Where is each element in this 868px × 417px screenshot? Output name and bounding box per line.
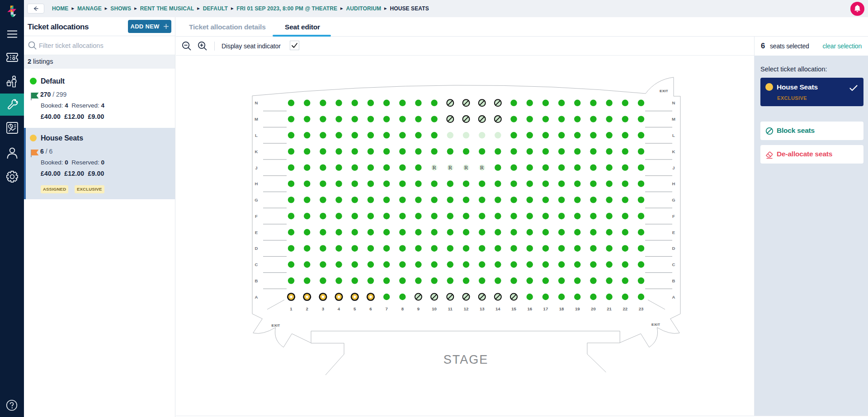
svg-text:18: 18 (559, 306, 564, 311)
svg-text:H: H (672, 181, 675, 186)
svg-text:M: M (255, 117, 258, 122)
svg-text:R: R (480, 164, 484, 171)
svg-text:C: C (255, 262, 258, 267)
svg-text:14: 14 (495, 306, 500, 311)
svg-text:D: D (672, 246, 675, 251)
svg-text:8: 8 (401, 306, 404, 311)
svg-text:20: 20 (591, 306, 596, 311)
svg-text:L: L (672, 133, 675, 138)
svg-text:E: E (255, 230, 258, 235)
svg-text:10: 10 (432, 306, 437, 311)
svg-text:11: 11 (448, 306, 453, 311)
svg-text:23: 23 (639, 306, 644, 311)
svg-text:N: N (255, 100, 258, 105)
svg-text:E: E (672, 230, 675, 235)
svg-text:4: 4 (338, 306, 340, 311)
svg-text:C: C (672, 262, 675, 267)
svg-text:EXIT: EXIT (660, 89, 668, 93)
svg-text:R: R (432, 164, 436, 171)
svg-text:13: 13 (480, 306, 485, 311)
svg-text:B: B (672, 278, 675, 283)
svg-text:R: R (448, 164, 452, 171)
svg-text:B: B (255, 278, 258, 283)
svg-text:K: K (672, 149, 675, 154)
svg-text:22: 22 (623, 306, 628, 311)
svg-text:12: 12 (464, 306, 469, 311)
svg-text:EXIT: EXIT (272, 323, 280, 328)
svg-text:15: 15 (511, 306, 516, 311)
svg-text:19: 19 (575, 306, 580, 311)
svg-text:K: K (255, 149, 258, 154)
svg-text:5: 5 (354, 306, 356, 311)
svg-text:F: F (672, 214, 675, 219)
svg-text:17: 17 (543, 306, 548, 311)
svg-text:STAGE: STAGE (443, 353, 489, 366)
svg-text:A: A (255, 295, 258, 300)
svg-text:D: D (255, 246, 258, 251)
svg-text:3: 3 (322, 306, 324, 311)
svg-text:6: 6 (369, 306, 372, 311)
svg-text:9: 9 (417, 306, 420, 311)
svg-text:R: R (464, 164, 468, 171)
svg-text:2: 2 (306, 306, 308, 311)
svg-text:EXIT: EXIT (651, 323, 660, 327)
svg-text:21: 21 (607, 306, 612, 311)
svg-text:N: N (672, 100, 675, 105)
svg-text:L: L (255, 133, 258, 138)
svg-text:16: 16 (527, 306, 532, 311)
svg-text:F: F (255, 214, 258, 219)
svg-text:J: J (672, 165, 675, 170)
svg-text:M: M (672, 117, 675, 122)
svg-text:1: 1 (290, 306, 292, 311)
svg-text:H: H (255, 181, 258, 186)
svg-text:J: J (255, 165, 257, 170)
svg-text:G: G (672, 197, 675, 202)
svg-text:A: A (672, 295, 675, 300)
svg-text:G: G (255, 197, 258, 202)
svg-text:7: 7 (385, 306, 387, 311)
